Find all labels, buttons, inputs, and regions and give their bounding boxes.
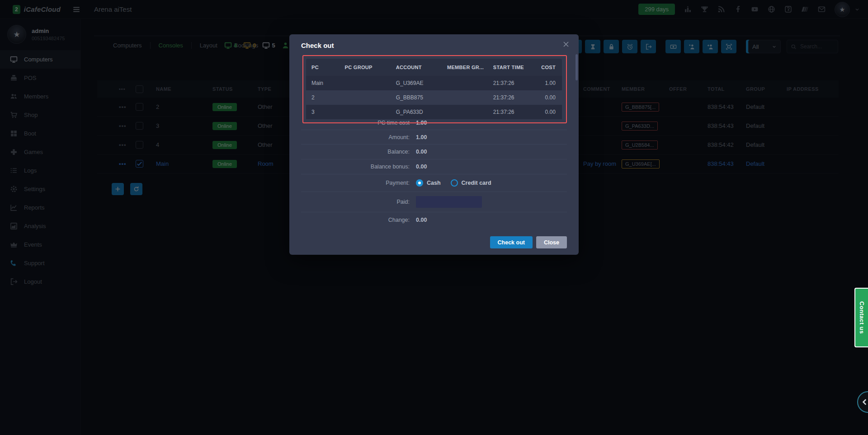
app: 2 iCafeCloud Arena aiTest 299 days ★ ★ a…	[0, 0, 868, 435]
cell-pc: 3	[306, 109, 340, 115]
column-header: MEMBER GR...	[442, 65, 488, 70]
amount-label: Amount:	[301, 134, 416, 140]
form-row: Paid:	[301, 192, 567, 212]
cell-cost: 1.00	[531, 80, 562, 86]
cell-account: G_PA633D	[391, 109, 442, 115]
close-button[interactable]: Close	[536, 236, 567, 248]
balance-bonus-value: 0.00	[416, 164, 427, 170]
cell-start_time: 21:37:26	[488, 109, 531, 115]
checkout-table-header: PCPC GROUPACCOUNTMEMBER GR...START TIMEC…	[306, 59, 562, 76]
balance-bonus-label: Balance bonus:	[301, 164, 416, 170]
table-scrollbar[interactable]	[576, 54, 578, 80]
modal-footer: Check out Close	[490, 236, 567, 248]
pc-time-cost-label: PC time cost	[301, 120, 416, 126]
cell-pc: 2	[306, 94, 340, 101]
cell-start_time: 21:37:26	[488, 94, 531, 101]
cell-cost: 0.00	[531, 109, 562, 115]
checkout-table-row-3[interactable]: 3G_PA633D21:37:260.00	[306, 105, 562, 119]
change-value: 0.00	[416, 217, 427, 223]
form-row: Change: 0.00	[301, 212, 567, 228]
change-label: Change:	[301, 217, 416, 223]
payment-options: CashCredit card	[416, 179, 491, 187]
cell-account: G_U369AE	[391, 80, 442, 86]
form-row: Amount: 1.00	[301, 130, 567, 145]
column-header: ACCOUNT	[391, 65, 442, 70]
form-row: Balance bonus: 0.00	[301, 159, 567, 174]
checkout-form: PC time cost 1.00 Amount: 1.00 Balance: …	[301, 116, 567, 228]
balance-label: Balance:	[301, 149, 416, 155]
cell-pc: Main	[306, 80, 340, 86]
payment-label: Payment:	[301, 180, 416, 186]
contact-us-tab[interactable]: Contact us	[854, 288, 868, 347]
column-header: PC GROUP	[340, 65, 391, 70]
modal-title: Check out	[301, 42, 334, 49]
form-row: Payment: CashCredit card	[301, 174, 567, 192]
checkout-table-row-main[interactable]: MainG_U369AE21:37:261.00	[306, 76, 562, 90]
balance-value: 0.00	[416, 149, 427, 155]
pc-time-cost-value: 1.00	[416, 120, 427, 126]
column-header: START TIME	[488, 65, 531, 70]
amount-value: 1.00	[416, 134, 427, 140]
cell-cost: 0.00	[531, 94, 562, 101]
form-row: Balance: 0.00	[301, 145, 567, 159]
radio-unselected-icon[interactable]	[451, 179, 458, 187]
paid-input[interactable]	[416, 196, 482, 208]
checkout-table: PCPC GROUPACCOUNTMEMBER GR...START TIMEC…	[306, 59, 562, 119]
payment-option-label: Credit card	[462, 180, 491, 186]
paid-label: Paid:	[301, 199, 416, 205]
cell-start_time: 21:37:26	[488, 80, 531, 86]
checkout-modal: Check out PCPC GROUPACCOUNTMEMBER GR...S…	[289, 34, 579, 255]
radio-selected-icon[interactable]	[416, 179, 423, 187]
payment-option-label: Cash	[427, 180, 441, 186]
close-icon[interactable]	[562, 41, 570, 48]
column-header: COST	[531, 65, 562, 70]
cell-account: G_BBB875	[391, 94, 442, 101]
checkout-table-row-2[interactable]: 2G_BBB87521:37:260.00	[306, 90, 562, 105]
payment-option-credit-card[interactable]: Credit card	[451, 179, 491, 187]
column-header: PC	[306, 65, 340, 70]
contact-us-label: Contact us	[859, 301, 865, 334]
checkout-button[interactable]: Check out	[490, 236, 533, 248]
payment-option-cash[interactable]: Cash	[416, 179, 441, 187]
